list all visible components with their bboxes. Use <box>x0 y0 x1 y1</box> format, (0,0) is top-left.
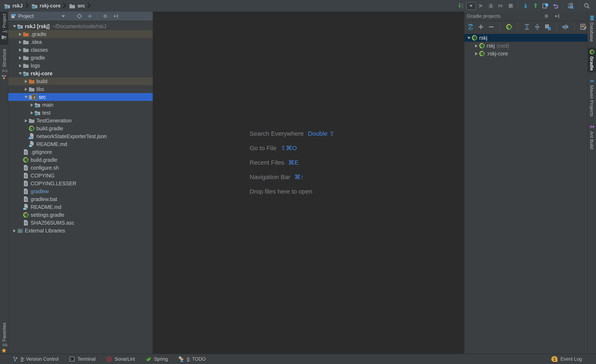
tree-expand-icon[interactable] <box>17 48 23 51</box>
tree-row-.gradle[interactable]: .gradle <box>8 30 153 38</box>
tree-row-test[interactable]: test <box>8 109 153 117</box>
tree-row-libs[interactable]: libs <box>8 85 153 93</box>
add-button[interactable] <box>477 22 485 32</box>
local-history-button[interactable] <box>541 1 551 11</box>
tree-expand-icon[interactable] <box>12 229 17 232</box>
status-item-spring[interactable]: Spring <box>146 356 168 362</box>
tree-row-main[interactable]: main <box>8 101 153 109</box>
tree-expand-icon[interactable] <box>17 32 23 36</box>
toolwindow-button-project[interactable]: 1: Project <box>0 12 8 45</box>
collapse-all-sm-button[interactable] <box>86 12 94 20</box>
project-tool-window-header[interactable]: Project ⚙ <box>8 12 153 21</box>
toolwindow-button-maven-projects[interactable]: mMaven Projects <box>588 77 596 118</box>
debug-button[interactable] <box>486 1 496 11</box>
toolwindow-button-database[interactable]: Database <box>588 14 596 44</box>
tree-row-copying.lesser[interactable]: COPYING.LESSER <box>8 180 153 187</box>
tree-row-networkstateexportertest.json[interactable]: JSONnetworkStateExporterTest.json <box>8 132 153 140</box>
tree-expand-icon[interactable] <box>474 44 479 47</box>
tree-row-logs[interactable]: logs <box>8 62 153 70</box>
tree-row-build.gradle[interactable]: build.gradle <box>8 124 153 132</box>
tree-expand-icon[interactable] <box>23 80 29 83</box>
tree-row-rskj-rskj-[interactable]: rskJ [rskj]~/Documents/code/rskJ <box>8 22 153 30</box>
dependencies-button[interactable] <box>544 22 551 32</box>
tree-collapse-icon[interactable] <box>466 36 471 39</box>
breadcrumb-item[interactable]: src <box>68 0 86 12</box>
tree-row-rskj-core[interactable]: rskj-core <box>8 70 153 77</box>
search-everywhere-button[interactable] <box>582 1 592 11</box>
tree-expand-icon[interactable] <box>17 64 23 67</box>
update-sources-button[interactable]: 011001 <box>456 1 466 11</box>
locate-button[interactable] <box>76 12 83 20</box>
tree-collapse-icon[interactable] <box>17 72 23 75</box>
offline-toggle-button[interactable] <box>561 22 569 32</box>
tree-expand-icon[interactable] <box>23 87 29 91</box>
tree-row-copying[interactable]: COPYING <box>8 172 153 180</box>
tree-row-external-libraries[interactable]: External Libraries <box>8 227 153 234</box>
coverage-button[interactable] <box>496 1 506 11</box>
tree-row-sha256sums.asc[interactable]: SHA256SUMS.asc <box>8 219 153 227</box>
tree-row-configure.sh[interactable]: configure.sh <box>8 164 153 172</box>
status-item-terminal[interactable]: ›.Terminal <box>69 356 96 362</box>
tree-row-.gitignore[interactable]: .gitignore <box>8 148 153 156</box>
tree-expand-icon[interactable] <box>23 119 29 122</box>
tree-row-src[interactable]: 4src <box>8 93 153 101</box>
gradle-tool-window-header[interactable]: Gradle projects ⚙ <box>464 12 587 21</box>
hide-button[interactable] <box>553 12 561 20</box>
gradle-icon <box>23 157 29 163</box>
status-item-sonarlint[interactable]: SonarLint <box>106 356 135 362</box>
tree-item-label: COPYING.LESSER <box>31 181 76 186</box>
event-log-widget[interactable]: 1 Event Log <box>551 356 596 362</box>
tree-row-.idea[interactable]: .idea <box>8 38 153 46</box>
toolwindow-button-structure[interactable]: 7: Structure <box>0 49 8 80</box>
tree-row-gradlew[interactable]: gradlew <box>8 187 153 195</box>
collapse-all-button[interactable] <box>533 22 541 32</box>
remove-button[interactable] <box>487 22 495 32</box>
tree-expand-icon[interactable] <box>17 40 23 44</box>
tree-row-build.gradle[interactable]: build.gradle <box>8 156 153 164</box>
tree-row-readme.md[interactable]: MDREADME.md <box>8 140 153 148</box>
tree-expand-icon[interactable] <box>474 52 479 55</box>
project-structure-button[interactable] <box>565 1 575 11</box>
stop-button[interactable] <box>506 1 516 11</box>
run-button[interactable] <box>476 1 486 11</box>
ant-icon <box>589 124 595 130</box>
breadcrumb-item[interactable]: rskJ <box>3 0 23 12</box>
tree-collapse-icon[interactable] <box>23 96 29 98</box>
tree-item-label: .idea <box>31 39 42 45</box>
settings-button[interactable]: ⚙ <box>543 12 551 20</box>
tree-row-gradle[interactable]: gradle <box>8 54 153 62</box>
toolwindow-button-favorites[interactable]: 2: Favorites <box>0 322 8 353</box>
hide-button[interactable] <box>112 12 120 20</box>
gradle-tree-row-rskj[interactable]: rskj <box>464 34 587 42</box>
tree-row-testgeneration[interactable]: TestGeneration <box>8 117 153 124</box>
tree-row-readme.md[interactable]: MDREADME.md <box>8 203 153 211</box>
build-settings-button[interactable] <box>580 22 587 32</box>
chevron-down-icon[interactable] <box>62 15 65 17</box>
tree-row-build[interactable]: build <box>8 77 153 85</box>
tree-expand-icon[interactable] <box>17 56 23 59</box>
project-folder-icon <box>1 35 7 40</box>
tree-expand-icon[interactable] <box>29 111 34 114</box>
run-configuration-combo[interactable] <box>466 2 476 10</box>
tree-collapse-icon[interactable] <box>12 25 17 28</box>
tree-row-settings.gradle[interactable]: settings.gradle <box>8 211 153 219</box>
breadcrumb-item[interactable]: rskj-core <box>30 0 61 12</box>
vcs-update-button[interactable] <box>521 1 531 11</box>
status-item-version-control[interactable]: 9: Version Control <box>12 356 59 362</box>
tree-row-classes[interactable]: classes <box>8 46 153 54</box>
tree-row-gradlew.bat[interactable]: gradlew.bat <box>8 195 153 203</box>
settings-button[interactable]: ⚙ <box>102 12 110 20</box>
vcs-push-button[interactable] <box>531 1 541 11</box>
gradle-tree-row--rskj-core[interactable]: :rskj-core <box>464 50 587 58</box>
editor-empty-area[interactable]: Search EverywhereDouble ⇧Go to File⇧⌘ORe… <box>153 12 464 354</box>
refresh-button[interactable] <box>466 22 474 32</box>
run-configuration-combo-button[interactable] <box>466 1 476 11</box>
gradle-tree-row-rskj[interactable]: rskj(root) <box>464 42 587 50</box>
expand-all-button[interactable] <box>523 22 531 32</box>
status-item-todo[interactable]: 6: TODO <box>179 356 206 362</box>
toolwindow-button-gradle[interactable]: Gradle <box>588 48 596 72</box>
rollback-button[interactable] <box>551 1 560 11</box>
gradle-button[interactable] <box>505 22 513 32</box>
tree-expand-icon[interactable] <box>29 103 34 107</box>
toolwindow-button-ant-build[interactable]: Ant Build <box>588 123 596 151</box>
